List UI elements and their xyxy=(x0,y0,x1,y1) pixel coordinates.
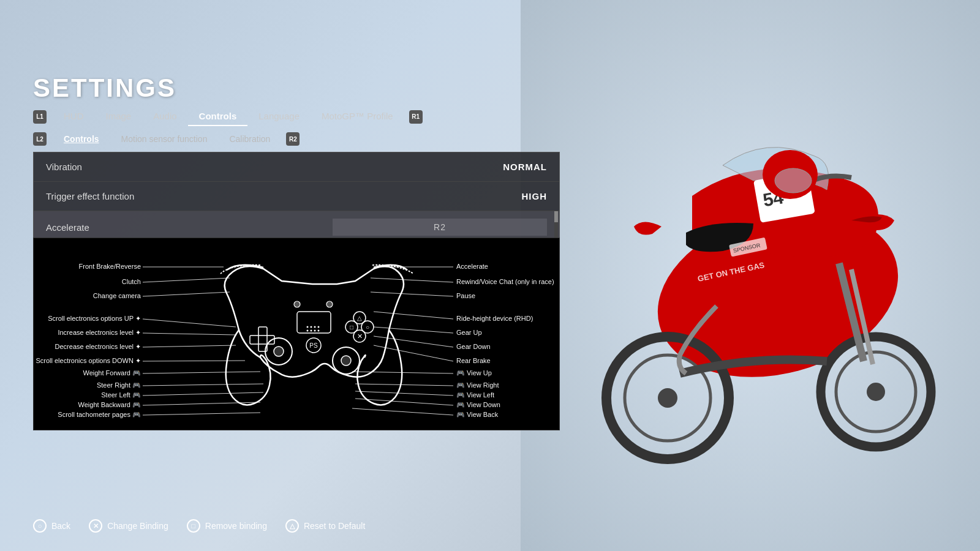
svg-text:✕: ✕ xyxy=(357,332,363,340)
subtab-controls[interactable]: Controls xyxy=(53,130,110,148)
svg-point-16 xyxy=(274,347,284,356)
svg-line-79 xyxy=(374,345,453,361)
svg-rect-20 xyxy=(250,335,274,344)
svg-line-83 xyxy=(355,384,453,386)
square-icon: □ xyxy=(187,519,200,533)
tab-hud[interactable]: HUD xyxy=(53,107,95,126)
svg-line-73 xyxy=(374,312,453,319)
page-title: SETTINGS xyxy=(33,73,176,103)
svg-line-53 xyxy=(143,345,236,347)
l2-badge: L2 xyxy=(33,132,47,146)
remove-binding-button[interactable]: □ Remove binding xyxy=(187,519,267,533)
svg-point-35 xyxy=(311,326,312,328)
reset-default-button[interactable]: △ Reset to Default xyxy=(285,519,365,533)
svg-line-81 xyxy=(352,372,453,373)
svg-point-11 xyxy=(775,168,812,193)
svg-point-39 xyxy=(311,330,312,332)
svg-text:□: □ xyxy=(350,324,353,331)
svg-text:Decrease electronics level ✦: Decrease electronics level ✦ xyxy=(55,343,141,350)
svg-point-41 xyxy=(318,330,320,332)
svg-line-61 xyxy=(143,392,263,395)
svg-line-55 xyxy=(143,361,245,361)
trigger-effect-row[interactable]: Trigger effect function HIGH xyxy=(34,182,559,211)
svg-line-47 xyxy=(143,292,230,296)
change-binding-label: Change Binding xyxy=(107,521,168,531)
vibration-row[interactable]: Vibration NORMAL xyxy=(34,152,559,182)
svg-line-51 xyxy=(143,333,236,335)
change-binding-button[interactable]: ✕ Change Binding xyxy=(89,519,168,533)
svg-text:Scroll electronics options UP : Scroll electronics options UP ✦ xyxy=(48,315,141,322)
trigger-effect-label: Trigger effect function xyxy=(46,191,134,201)
svg-line-75 xyxy=(374,327,453,333)
l1-badge: L1 xyxy=(33,110,47,124)
accelerate-label: Accelerate xyxy=(46,222,89,233)
svg-text:Weight Backward 🎮: Weight Backward 🎮 xyxy=(78,400,141,409)
svg-text:Rear Brake: Rear Brake xyxy=(456,357,491,364)
sub-nav: L2 Controls Motion sensor function Calib… xyxy=(33,130,300,148)
svg-point-32 xyxy=(294,301,300,307)
circle-icon: ○ xyxy=(33,519,47,533)
tab-language[interactable]: Language xyxy=(247,107,311,126)
tab-image[interactable]: Image xyxy=(95,107,143,126)
tab-audio[interactable]: Audio xyxy=(142,107,187,126)
svg-text:Ride-height device (RHD): Ride-height device (RHD) xyxy=(456,315,533,322)
svg-text:🎮 View Right: 🎮 View Right xyxy=(456,381,499,389)
svg-text:△: △ xyxy=(357,315,362,321)
svg-line-69 xyxy=(371,278,453,282)
r2-badge: R2 xyxy=(286,132,300,146)
svg-text:🎮 View Left: 🎮 View Left xyxy=(456,391,494,399)
svg-point-4 xyxy=(867,383,885,401)
svg-line-65 xyxy=(143,413,260,415)
top-nav: L1 HUD Image Audio Controls Language Mot… xyxy=(33,107,423,126)
svg-text:Accelerate: Accelerate xyxy=(456,263,488,270)
subtab-motion-sensor[interactable]: Motion sensor function xyxy=(110,130,219,148)
svg-text:Gear Down: Gear Down xyxy=(456,343,491,350)
svg-text:Rewind/Voice Chat (only in rac: Rewind/Voice Chat (only in race) xyxy=(456,278,554,285)
svg-text:Front Brake/Reverse: Front Brake/Reverse xyxy=(79,263,141,270)
svg-text:Steer Left 🎮: Steer Left 🎮 xyxy=(101,391,141,399)
svg-text:Gear Up: Gear Up xyxy=(456,329,482,336)
svg-text:🎮 View Up: 🎮 View Up xyxy=(456,369,492,377)
svg-text:Scroll electronics options DOW: Scroll electronics options DOWN ✦ xyxy=(36,357,141,364)
r1-badge: R1 xyxy=(409,110,423,124)
svg-line-71 xyxy=(371,292,453,296)
svg-text:🎮 View Back: 🎮 View Back xyxy=(456,410,499,419)
svg-point-7 xyxy=(658,388,677,408)
reset-default-label: Reset to Default xyxy=(304,521,365,531)
svg-text:○: ○ xyxy=(366,324,369,331)
svg-line-49 xyxy=(143,319,236,327)
back-label: Back xyxy=(51,521,70,531)
settings-table: Vibration NORMAL Trigger effect function… xyxy=(33,152,560,244)
tab-controls[interactable]: Controls xyxy=(188,107,248,126)
subtab-calibration[interactable]: Calibration xyxy=(218,130,281,148)
remove-binding-label: Remove binding xyxy=(205,521,267,531)
back-button[interactable]: ○ Back xyxy=(33,519,70,533)
vibration-label: Vibration xyxy=(46,162,82,172)
accelerate-value: R2 xyxy=(333,219,547,236)
svg-rect-29 xyxy=(297,312,331,333)
svg-point-38 xyxy=(307,330,309,332)
svg-point-18 xyxy=(341,356,351,365)
svg-text:PS: PS xyxy=(309,342,318,349)
cross-icon: ✕ xyxy=(89,519,102,533)
svg-point-40 xyxy=(314,330,316,332)
svg-line-85 xyxy=(355,391,453,395)
tab-motogp-profile[interactable]: MotoGP™ Profile xyxy=(311,107,404,126)
bottom-action-bar: ○ Back ✕ Change Binding □ Remove binding… xyxy=(33,519,365,533)
svg-point-36 xyxy=(314,326,316,328)
svg-point-37 xyxy=(318,326,320,328)
svg-line-89 xyxy=(352,408,453,415)
controller-diagram: △ ○ □ ✕ PS xyxy=(33,238,560,430)
triangle-icon: △ xyxy=(285,519,299,533)
svg-text:🎮 View Down: 🎮 View Down xyxy=(456,400,500,409)
svg-line-45 xyxy=(143,278,230,282)
trigger-effect-value: HIGH xyxy=(522,191,548,201)
svg-text:Change camera: Change camera xyxy=(93,292,141,299)
svg-text:Scroll tachometer pages 🎮: Scroll tachometer pages 🎮 xyxy=(58,410,141,419)
svg-text:Pause: Pause xyxy=(456,292,475,299)
svg-line-57 xyxy=(143,372,260,373)
vibration-value: NORMAL xyxy=(503,162,547,172)
svg-text:Weight Forward 🎮: Weight Forward 🎮 xyxy=(83,369,141,377)
svg-text:Increase electronics level ✦: Increase electronics level ✦ xyxy=(58,329,141,336)
svg-point-33 xyxy=(326,301,333,307)
